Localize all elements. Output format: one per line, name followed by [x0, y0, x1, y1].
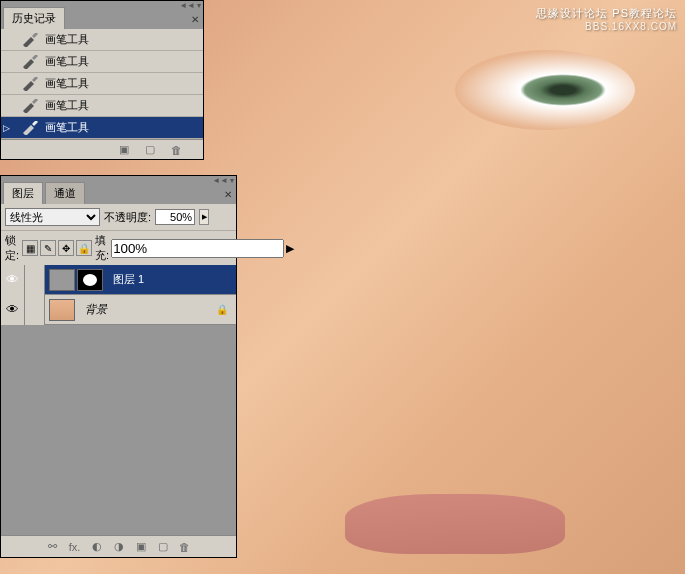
layer-style-icon[interactable]: fx.: [68, 541, 82, 553]
tab-layers[interactable]: 图层: [3, 182, 43, 204]
history-list: 画笔工具 画笔工具 画笔工具 画笔工具 ▷ 画笔工具: [1, 29, 203, 139]
lock-icon: 🔒: [216, 304, 228, 315]
lock-pixels-icon[interactable]: ✎: [40, 240, 56, 256]
brush-icon: [21, 33, 39, 47]
visibility-toggle-icon[interactable]: 👁: [1, 295, 25, 325]
history-item[interactable]: 画笔工具: [1, 51, 203, 73]
brush-icon: [21, 77, 39, 91]
panel-menu-icon[interactable]: ▾: [230, 176, 234, 185]
layers-footer: ⚯ fx. ◐ ◑ ▣ ▢ 🗑: [1, 535, 236, 557]
image-lips-region: [345, 494, 565, 554]
opacity-flyout-icon[interactable]: ▶: [199, 209, 209, 225]
history-current-marker-icon: ▷: [3, 123, 15, 133]
new-layer-icon[interactable]: ▢: [156, 541, 170, 553]
history-item-label: 画笔工具: [45, 76, 89, 91]
watermark-text-1: 思缘设计论坛: [536, 7, 608, 19]
opacity-input[interactable]: [155, 209, 195, 225]
history-item[interactable]: 画笔工具: [1, 29, 203, 51]
fill-label: 填充:: [95, 233, 109, 263]
lock-position-icon[interactable]: ✥: [58, 240, 74, 256]
history-tabs: 历史记录 ✕: [1, 9, 203, 29]
history-panel: ◄◄ ▾ 历史记录 ✕ 画笔工具 画笔工具 画笔工具 画笔工具 ▷ 画笔工具 ▣: [0, 0, 204, 160]
image-eye-region: [455, 50, 635, 130]
brush-icon: [21, 55, 39, 69]
layers-blend-row: 线性光 不透明度: ▶: [1, 204, 236, 230]
collapse-icon[interactable]: ◄◄: [179, 1, 195, 10]
layers-list: 👁 图层 1 👁 背景 🔒: [1, 265, 236, 535]
layer-link-area[interactable]: [25, 295, 45, 325]
layer-item[interactable]: 👁 背景 🔒: [1, 295, 236, 325]
brush-icon: [21, 121, 39, 135]
panel-close-icon[interactable]: ✕: [224, 189, 232, 200]
panel-close-icon[interactable]: ✕: [191, 14, 199, 25]
tab-history[interactable]: 历史记录: [3, 7, 65, 29]
layers-tabs: 图层 通道 ✕: [1, 184, 236, 204]
watermark-text-2: BBS.16XX8.COM: [536, 21, 677, 32]
fill-input[interactable]: [111, 239, 284, 258]
link-layers-icon[interactable]: ⚯: [46, 541, 60, 553]
fill-flyout-icon[interactable]: ▶: [286, 242, 294, 255]
layer-mask-thumbnail[interactable]: [77, 269, 103, 291]
layer-name-label[interactable]: 图层 1: [107, 272, 144, 287]
collapse-icon[interactable]: ◄◄: [212, 176, 228, 185]
visibility-toggle-icon[interactable]: 👁: [1, 265, 25, 295]
watermark: 思缘设计论坛 PS教程论坛 BBS.16XX8.COM: [536, 6, 677, 32]
blend-mode-select[interactable]: 线性光: [5, 208, 100, 226]
layers-panel: ◄◄ ▾ 图层 通道 ✕ 线性光 不透明度: ▶ 锁定: ▦ ✎ ✥ 🔒 填充:…: [0, 175, 237, 558]
opacity-label: 不透明度:: [104, 210, 151, 225]
add-mask-icon[interactable]: ◐: [90, 541, 104, 553]
layer-item[interactable]: 👁 图层 1: [1, 265, 236, 295]
tab-channels[interactable]: 通道: [45, 182, 85, 204]
layer-link-area[interactable]: [25, 265, 45, 295]
lock-all-icon[interactable]: 🔒: [76, 240, 92, 256]
lock-transparency-icon[interactable]: ▦: [22, 240, 38, 256]
trash-icon[interactable]: 🗑: [178, 541, 192, 553]
history-footer: ▣ ▢ 🗑: [1, 139, 203, 159]
history-item-label: 画笔工具: [45, 120, 89, 135]
lock-label: 锁定:: [5, 233, 19, 263]
create-document-icon[interactable]: ▣: [117, 144, 131, 156]
layer-name-label[interactable]: 背景: [79, 302, 107, 317]
new-group-icon[interactable]: ▣: [134, 541, 148, 553]
layers-lock-row: 锁定: ▦ ✎ ✥ 🔒 填充: ▶: [1, 230, 236, 265]
layer-thumbnail[interactable]: [49, 269, 75, 291]
history-item[interactable]: ▷ 画笔工具: [1, 117, 203, 139]
brush-icon: [21, 99, 39, 113]
history-item-label: 画笔工具: [45, 54, 89, 69]
history-item[interactable]: 画笔工具: [1, 73, 203, 95]
history-item-label: 画笔工具: [45, 32, 89, 47]
layer-thumbnail[interactable]: [49, 299, 75, 321]
watermark-suffix: PS教程论坛: [612, 7, 677, 19]
history-item[interactable]: 画笔工具: [1, 95, 203, 117]
new-snapshot-icon[interactable]: ▢: [143, 144, 157, 156]
adjustment-layer-icon[interactable]: ◑: [112, 541, 126, 553]
trash-icon[interactable]: 🗑: [169, 144, 183, 156]
panel-menu-icon[interactable]: ▾: [197, 1, 201, 10]
history-item-label: 画笔工具: [45, 98, 89, 113]
